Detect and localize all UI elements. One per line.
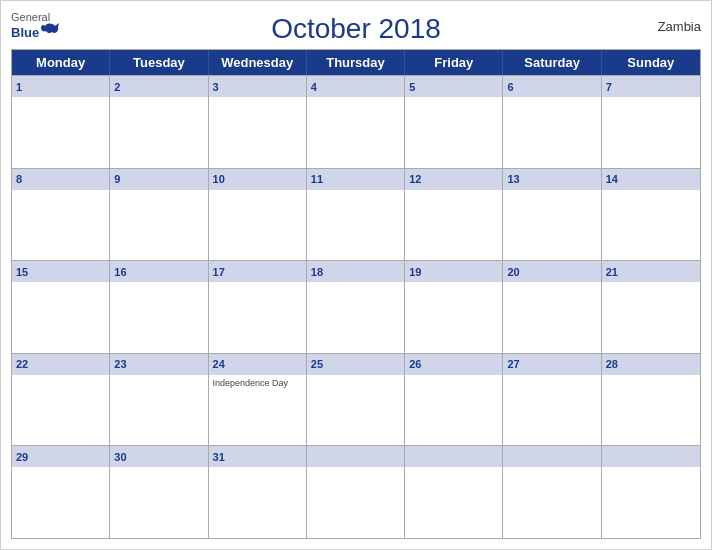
day-number-cell: 6 [503,75,601,97]
day-number: 8 [16,173,22,185]
day-number-cell: 13 [503,168,601,190]
week-number-row-5: 293031 [12,445,700,467]
day-number-cell: 24 [209,353,307,375]
weekday-header: Sunday [602,50,700,75]
week-group-5: 293031 [12,445,700,538]
day-content-cell [209,190,307,261]
day-number: 29 [16,451,28,463]
day-number: 3 [213,81,219,93]
day-number: 11 [311,173,323,185]
week-group-3: 15161718192021 [12,260,700,353]
day-number-cell: 11 [307,168,405,190]
day-content-cell [405,97,503,168]
week-group-1: 1234567 [12,75,700,168]
day-content-cell [12,190,110,261]
day-number-cell: 10 [209,168,307,190]
day-content-cell [503,467,601,538]
week-content-row-4: Independence Day [12,375,700,446]
calendar: General Blue October 2018 Zambia MondayT… [0,0,712,550]
week-content-row-2 [12,190,700,261]
day-content-cell [602,97,700,168]
day-number-cell [503,445,601,467]
day-number: 21 [606,266,618,278]
day-number: 27 [507,358,519,370]
day-number-cell [405,445,503,467]
day-number-cell: 21 [602,260,700,282]
day-content-cell [602,375,700,446]
day-content-cell [405,282,503,353]
day-content-cell [503,282,601,353]
week-number-row-2: 891011121314 [12,168,700,190]
day-content-cell [307,190,405,261]
day-content-cell [405,190,503,261]
day-number-cell: 17 [209,260,307,282]
day-number: 4 [311,81,317,93]
day-number-cell: 12 [405,168,503,190]
day-number-cell: 26 [405,353,503,375]
day-number: 13 [507,173,519,185]
day-content-cell [503,190,601,261]
day-content-cell [110,375,208,446]
calendar-header: General Blue October 2018 Zambia [11,9,701,45]
day-number-cell: 5 [405,75,503,97]
day-number-cell: 4 [307,75,405,97]
day-number: 15 [16,266,28,278]
day-number-cell: 31 [209,445,307,467]
day-number: 1 [16,81,22,93]
day-content-cell [307,97,405,168]
day-number: 14 [606,173,618,185]
day-number: 22 [16,358,28,370]
day-number: 10 [213,173,225,185]
day-content-cell [405,467,503,538]
day-number-cell: 8 [12,168,110,190]
day-number: 23 [114,358,126,370]
day-number-cell: 7 [602,75,700,97]
week-group-2: 891011121314 [12,168,700,261]
weekday-header: Tuesday [110,50,208,75]
day-number: 17 [213,266,225,278]
day-content-cell [110,467,208,538]
day-number-cell: 9 [110,168,208,190]
weekday-header: Wednesday [209,50,307,75]
day-content-cell [12,467,110,538]
day-content-cell [503,375,601,446]
day-number-cell: 15 [12,260,110,282]
day-content-cell [307,467,405,538]
day-number-cell [602,445,700,467]
day-number: 30 [114,451,126,463]
day-content-cell [602,282,700,353]
day-number: 12 [409,173,421,185]
day-number-cell: 19 [405,260,503,282]
day-content-cell [307,282,405,353]
day-content-cell [209,97,307,168]
day-content-cell [602,190,700,261]
day-content-cell [12,282,110,353]
logo-blue-text: Blue [11,25,39,40]
day-number: 19 [409,266,421,278]
week-number-row-3: 15161718192021 [12,260,700,282]
day-number: 25 [311,358,323,370]
day-content-cell [405,375,503,446]
week-content-row-3 [12,282,700,353]
weekday-header: Monday [12,50,110,75]
day-number-cell: 20 [503,260,601,282]
day-number: 5 [409,81,415,93]
day-number: 28 [606,358,618,370]
day-number: 24 [213,358,225,370]
day-number-cell: 29 [12,445,110,467]
week-number-row-4: 22232425262728 [12,353,700,375]
day-content-cell [110,282,208,353]
day-number: 31 [213,451,225,463]
day-number: 20 [507,266,519,278]
weekday-header-row: MondayTuesdayWednesdayThursdayFridaySatu… [12,50,700,75]
day-number: 2 [114,81,120,93]
logo-bird-icon [41,23,61,41]
weekday-header: Saturday [503,50,601,75]
day-number-cell: 3 [209,75,307,97]
day-number-cell: 14 [602,168,700,190]
day-number: 6 [507,81,513,93]
day-number-cell: 2 [110,75,208,97]
day-number: 18 [311,266,323,278]
weekday-header: Friday [405,50,503,75]
day-content-cell [110,97,208,168]
